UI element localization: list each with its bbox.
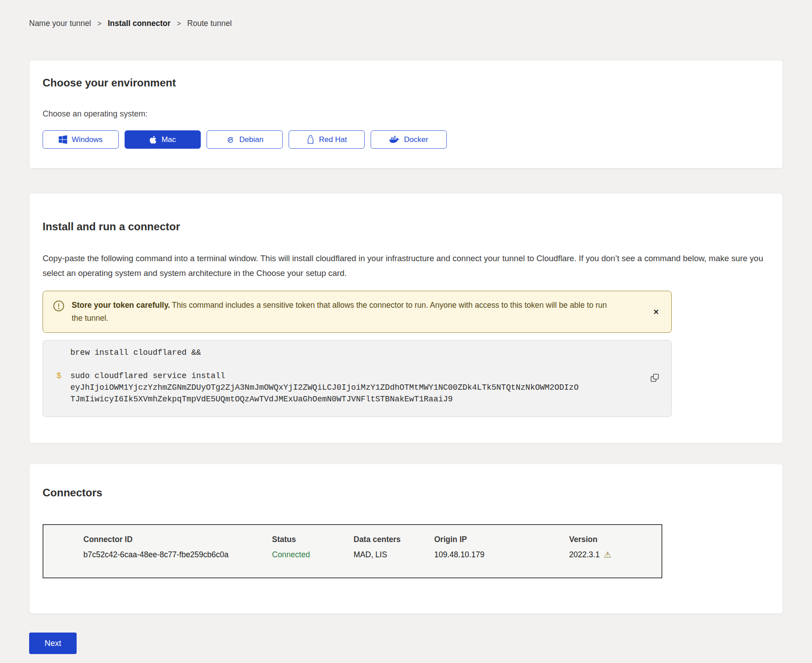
code-text: brew install cloudflared && <box>70 347 581 358</box>
version-value: 2022.3.1 ⚠ <box>569 550 661 560</box>
os-button-docker[interactable]: Docker <box>371 130 447 149</box>
origin-ip-value: 109.48.10.179 <box>434 550 569 560</box>
warning-message: Store your token carefully.This command … <box>72 299 618 325</box>
column-header-connector-id: Connector ID <box>83 535 272 544</box>
environment-card-title: Choose your environment <box>43 77 769 89</box>
install-description: Copy-paste the following command into a … <box>43 251 769 280</box>
os-button-group: Windows Mac Debian Red Hat <box>43 130 769 149</box>
os-button-mac[interactable]: Mac <box>125 130 201 149</box>
connectors-card-title: Connectors <box>43 486 769 499</box>
code-text: sudo cloudflared service install eyJhIjo… <box>70 370 581 405</box>
breadcrumb-install-connector[interactable]: Install connector <box>108 19 170 28</box>
os-button-label: Windows <box>72 135 103 144</box>
code-line-install: $ sudo cloudflared service install eyJhI… <box>56 370 658 405</box>
copy-icon[interactable] <box>648 371 661 386</box>
windows-logo-icon <box>59 135 67 144</box>
status-badge: Connected <box>272 550 354 560</box>
close-icon[interactable]: × <box>651 306 661 318</box>
apple-logo-icon <box>149 135 157 144</box>
code-line-brew: brew install cloudflared && <box>56 347 658 358</box>
code-blank-line <box>56 358 658 370</box>
os-button-label: Docker <box>404 135 428 144</box>
alert-circle-icon <box>53 300 65 314</box>
connector-id-value: b7c52c42-6caa-48ee-8c77-fbe259cb6c0a <box>83 550 272 560</box>
os-select-label: Choose an operating system: <box>43 109 769 119</box>
tunnel-setup-page: Name your tunnel > Install connector > R… <box>0 0 812 654</box>
warning-title: Store your token carefully. <box>72 301 170 310</box>
connectors-card: Connectors Connector ID Status Data cent… <box>29 464 783 614</box>
install-card-title: Install and run a connector <box>43 220 769 233</box>
breadcrumb-route-tunnel[interactable]: Route tunnel <box>187 19 232 28</box>
version-number: 2022.3.1 <box>569 550 600 560</box>
breadcrumb-separator: > <box>177 20 181 28</box>
column-header-status: Status <box>272 535 354 544</box>
breadcrumb: Name your tunnel > Install connector > R… <box>29 19 783 28</box>
connectors-table: Connector ID Status Data centers Origin … <box>43 524 662 578</box>
command-code-block: brew install cloudflared && $ sudo cloud… <box>43 340 672 417</box>
column-header-data-centers: Data centers <box>354 535 434 544</box>
os-button-redhat[interactable]: Red Hat <box>289 130 365 149</box>
os-button-label: Debian <box>239 135 263 144</box>
os-button-windows[interactable]: Windows <box>43 130 119 149</box>
shell-prompt: $ <box>56 370 70 405</box>
code-gutter <box>56 347 70 358</box>
debian-swirl-icon <box>226 135 235 144</box>
warning-triangle-icon[interactable]: ⚠ <box>604 551 611 559</box>
os-button-label: Mac <box>161 135 176 144</box>
docker-whale-icon <box>389 136 400 144</box>
breadcrumb-separator: > <box>97 20 101 28</box>
tux-penguin-icon <box>307 135 315 144</box>
choose-environment-card: Choose your environment Choose an operat… <box>29 60 783 168</box>
install-connector-card: Install and run a connector Copy-paste t… <box>29 193 783 443</box>
breadcrumb-name-your-tunnel[interactable]: Name your tunnel <box>29 19 91 28</box>
data-centers-value: MAD, LIS <box>354 550 434 560</box>
os-button-label: Red Hat <box>319 135 347 144</box>
column-header-version: Version <box>569 535 661 544</box>
token-warning-banner: Store your token carefully.This command … <box>43 291 672 333</box>
next-button[interactable]: Next <box>29 633 77 654</box>
os-button-debian[interactable]: Debian <box>207 130 283 149</box>
column-header-origin-ip: Origin IP <box>434 535 569 544</box>
